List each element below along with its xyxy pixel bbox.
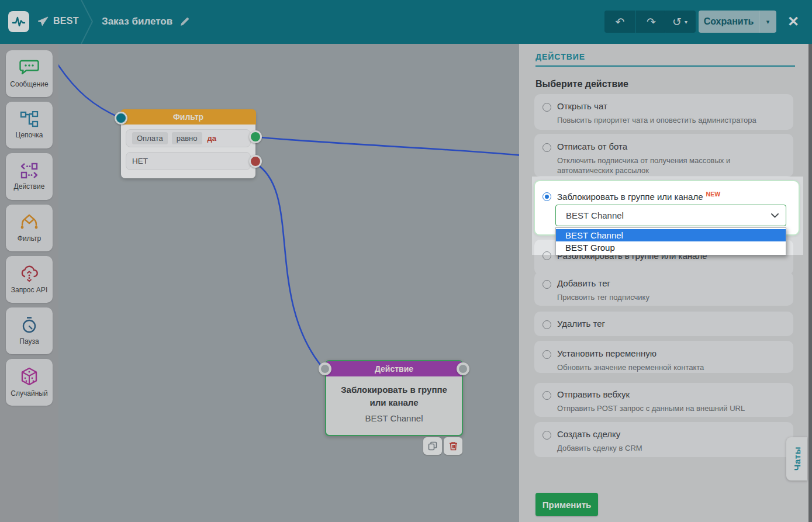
option-title: Создать сделку bbox=[557, 430, 620, 440]
option-open-chat[interactable]: Открыть чат Повысить приоритет чата и оп… bbox=[534, 94, 793, 130]
filter-node-header: Фильтр bbox=[120, 109, 256, 125]
option-title: Отписать от бота bbox=[557, 142, 627, 152]
palette-item-label: Сообщение bbox=[10, 80, 48, 88]
action-right-port[interactable] bbox=[457, 362, 469, 375]
copy-node-button[interactable] bbox=[423, 437, 442, 455]
flow-canvas[interactable]: Фильтр Оплата равно да НЕТ Действие Забл… bbox=[58, 44, 519, 522]
save-button-group: Сохранить ▾ bbox=[699, 11, 776, 33]
palette-item-api[interactable]: Запрос API bbox=[6, 256, 53, 303]
filter-yes-port[interactable] bbox=[249, 130, 262, 143]
option-subtitle: Добавить сделку в CRM bbox=[534, 440, 793, 454]
condition-value: да bbox=[206, 132, 217, 144]
palette-item-label: Действие bbox=[14, 182, 45, 191]
option-add-tag[interactable]: Добавить тег Присвоить тег подписчику bbox=[534, 272, 793, 306]
channel-select[interactable]: BEST Channel bbox=[555, 205, 786, 226]
palette-item-label: Цепочка bbox=[16, 131, 43, 139]
save-dropdown-button[interactable]: ▾ bbox=[759, 11, 776, 33]
palette-item-label: Пауза bbox=[19, 337, 39, 345]
history-caret-icon: ▾ bbox=[685, 19, 687, 25]
filter-else-row[interactable]: НЕТ bbox=[126, 152, 251, 170]
stopwatch-icon bbox=[20, 316, 38, 334]
flow-builder-app: Фильтр Оплата равно да НЕТ Действие Забл… bbox=[0, 0, 812, 522]
palette-item-filter[interactable]: Фильтр bbox=[6, 205, 53, 251]
condition-operator-chip: равно bbox=[172, 132, 202, 144]
undo-button[interactable]: ↶ bbox=[604, 11, 635, 33]
radio-unselected[interactable] bbox=[543, 350, 551, 359]
action-settings-panel: ДЕЙСТВИЕ Выберите действие Открыть чат П… bbox=[519, 44, 812, 522]
chats-tab-label: Чаты bbox=[792, 447, 802, 471]
radio-unselected[interactable] bbox=[543, 251, 551, 260]
option-title: Удалить тег bbox=[557, 319, 605, 329]
filter-else-label: НЕТ bbox=[132, 157, 148, 165]
filter-node[interactable]: Фильтр Оплата равно да НЕТ bbox=[121, 110, 255, 178]
trash-icon bbox=[449, 441, 458, 451]
message-bubble-icon bbox=[19, 59, 39, 77]
history-button[interactable]: ↺ ▾ bbox=[664, 11, 696, 33]
chevron-down-icon bbox=[771, 213, 779, 218]
dice-icon bbox=[20, 367, 39, 386]
option-unsubscribe[interactable]: Отписать от бота Отключить подписчика от… bbox=[534, 134, 793, 177]
api-cloud-icon bbox=[19, 265, 39, 282]
panel-scrollbar[interactable] bbox=[808, 44, 812, 522]
close-icon: ✕ bbox=[787, 13, 799, 30]
filter-condition-row[interactable]: Оплата равно да bbox=[126, 129, 251, 147]
option-subtitle: Отключить подписчика от получения массов… bbox=[534, 152, 793, 176]
palette-item-action[interactable]: Действие bbox=[6, 153, 53, 200]
undo-icon: ↶ bbox=[616, 15, 625, 29]
action-node-name: Заблокировать в группе или канале bbox=[332, 383, 456, 409]
history-icon: ↺ bbox=[672, 15, 682, 29]
filter-branch-icon bbox=[19, 213, 39, 231]
new-badge: NEW bbox=[706, 191, 721, 198]
action-left-port[interactable] bbox=[319, 362, 331, 375]
workspace-name: BEST bbox=[53, 16, 79, 26]
radio-unselected[interactable] bbox=[543, 320, 551, 329]
action-node-target: BEST Channel bbox=[332, 413, 456, 423]
option-title: Добавить тег bbox=[557, 279, 610, 289]
radio-unselected[interactable] bbox=[543, 431, 551, 440]
palette-item-message[interactable]: Сообщение bbox=[6, 50, 53, 97]
telegram-plane-icon bbox=[37, 16, 49, 26]
palette-item-label: Фильтр bbox=[18, 234, 41, 243]
heading-underline bbox=[535, 65, 795, 67]
breadcrumb-workspace[interactable]: BEST bbox=[37, 16, 79, 26]
radio-selected[interactable] bbox=[543, 192, 551, 201]
option-subtitle: Повысить приоритет чата и оповестить адм… bbox=[534, 112, 793, 126]
delete-node-button[interactable] bbox=[444, 437, 462, 455]
palette-item-chain[interactable]: Цепочка bbox=[6, 102, 53, 148]
flow-title: Заказ билетов bbox=[102, 16, 172, 27]
option-set-variable[interactable]: Установить переменную Обновить значение … bbox=[534, 341, 793, 373]
palette-item-label: Запрос API bbox=[11, 286, 47, 294]
filter-input-port[interactable] bbox=[115, 112, 127, 125]
option-send-webhook[interactable]: Отправить вебхук Отправить POST запрос с… bbox=[534, 383, 793, 417]
option-create-deal[interactable]: Создать сделку Добавить сделку в CRM bbox=[534, 422, 793, 457]
radio-unselected[interactable] bbox=[543, 103, 551, 112]
channel-dropdown-list: BEST Channel BEST Group bbox=[555, 227, 786, 255]
dropdown-option-best-group[interactable]: BEST Group bbox=[556, 241, 786, 254]
channel-select-value: BEST Channel bbox=[566, 210, 771, 220]
apply-button[interactable]: Применить bbox=[535, 493, 598, 516]
palette-item-random[interactable]: Случайный bbox=[6, 359, 53, 406]
option-subtitle: Обновить значение переменной контакта bbox=[534, 359, 793, 373]
option-title: Установить переменную bbox=[557, 349, 656, 359]
action-node[interactable]: Действие Заблокировать в группе или кана… bbox=[325, 360, 463, 436]
chats-tab[interactable]: Чаты bbox=[786, 437, 807, 480]
radio-unselected[interactable] bbox=[543, 280, 551, 289]
pulse-logo-icon bbox=[11, 14, 26, 29]
app-logo[interactable] bbox=[8, 11, 29, 32]
filter-no-port[interactable] bbox=[249, 155, 262, 168]
dropdown-option-best-channel[interactable]: BEST Channel bbox=[556, 229, 786, 241]
close-editor-button[interactable]: ✕ bbox=[785, 13, 802, 30]
option-remove-tag[interactable]: Удалить тег bbox=[534, 312, 793, 336]
edit-pencil-icon[interactable] bbox=[179, 16, 190, 27]
chain-tree-icon bbox=[20, 111, 39, 127]
redo-button[interactable]: ↷ bbox=[636, 11, 666, 33]
save-caret-icon: ▾ bbox=[766, 18, 770, 26]
palette-item-pause[interactable]: Пауза bbox=[6, 307, 53, 354]
action-node-header: Действие bbox=[326, 361, 462, 376]
radio-unselected[interactable] bbox=[543, 391, 551, 400]
save-button[interactable]: Сохранить bbox=[699, 16, 759, 27]
radio-unselected[interactable] bbox=[543, 143, 551, 152]
option-subtitle: Отправить POST запрос с данными на внешн… bbox=[534, 400, 793, 414]
option-title: Открыть чат bbox=[557, 102, 607, 112]
node-palette: Сообщение Цепочка Действие bbox=[0, 44, 58, 522]
